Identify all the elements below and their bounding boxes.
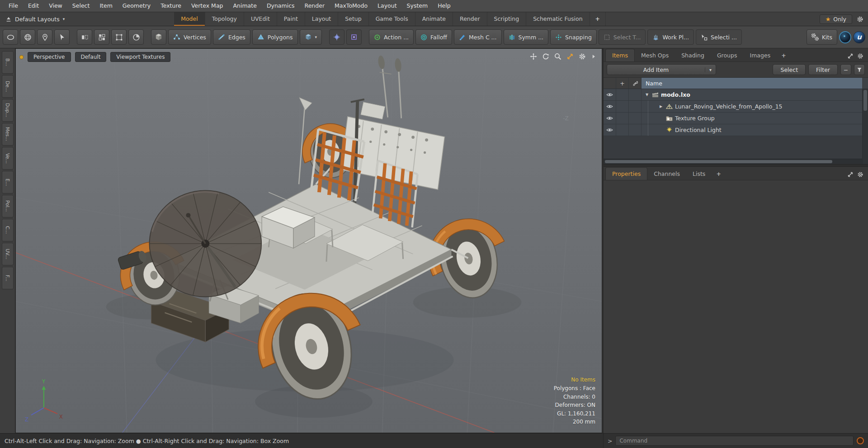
perspective-dropdown[interactable]: Perspective <box>28 52 71 62</box>
array-tool-button[interactable] <box>94 29 109 45</box>
tree-row-directional-light[interactable]: Directional Light <box>604 124 862 136</box>
preview-sphere-button[interactable] <box>839 31 851 43</box>
eye-icon[interactable] <box>606 116 613 121</box>
gear-icon[interactable] <box>857 53 863 59</box>
tab-lists[interactable]: Lists <box>686 168 712 180</box>
snapping-dropdown[interactable]: Snapping <box>550 29 597 45</box>
name-column-header[interactable]: Name <box>642 78 862 89</box>
tab-uvedit[interactable]: UVEdit <box>244 12 277 26</box>
eye-icon[interactable] <box>606 127 613 132</box>
kits-button[interactable]: Kits <box>807 29 837 45</box>
disclosure-closed-icon[interactable]: ▶ <box>658 104 664 108</box>
tab-channels[interactable]: Channels <box>647 168 686 180</box>
tab-mesh-ops[interactable]: Mesh Ops <box>635 49 675 61</box>
menu-texture[interactable]: Texture <box>156 0 186 12</box>
menu-dynamics[interactable]: Dynamics <box>262 0 300 12</box>
3d-scene[interactable]: -Z Y X Z <box>16 49 602 433</box>
symmetry-dropdown[interactable]: Symm ... <box>504 29 549 45</box>
menu-layout[interactable]: Layout <box>373 0 402 12</box>
mesh-constraints-dropdown[interactable]: Mesh C ... <box>454 29 502 45</box>
left-tab-deform[interactable]: De... <box>2 75 14 98</box>
action-axis-button[interactable] <box>329 29 344 45</box>
tab-game-tools[interactable]: Game Tools <box>369 12 415 26</box>
rotate-icon[interactable] <box>542 53 549 60</box>
shading-style-dropdown[interactable]: Default <box>75 52 107 62</box>
selection-sets-dropdown[interactable]: Selecti ... <box>696 29 742 45</box>
tree-row-mesh[interactable]: ▶ Lunar_Roving_Vehicle_from_Apollo_15 <box>604 101 862 113</box>
menu-maxtomodo[interactable]: MaxToModo <box>330 0 373 12</box>
eye-icon[interactable] <box>606 92 613 97</box>
default-layouts-dropdown[interactable]: Default Layouts ▾ <box>0 12 70 26</box>
left-tab-uv[interactable]: UV... <box>2 243 14 265</box>
tab-setup[interactable]: Setup <box>338 12 368 26</box>
add-panel-tab-button[interactable]: + <box>777 49 790 61</box>
menu-file[interactable]: File <box>4 0 23 12</box>
vertices-mode-button[interactable]: Vertices <box>168 29 211 45</box>
left-tab-falloff[interactable]: F... <box>2 267 14 289</box>
tree-row-scene[interactable]: ▼ modo.lxo <box>604 89 862 101</box>
menu-vertex-map[interactable]: Vertex Map <box>186 0 228 12</box>
expand-arrow-icon[interactable] <box>591 54 596 59</box>
disclosure-open-icon[interactable]: ▼ <box>644 93 650 97</box>
viewport-textures-dropdown[interactable]: Viewport Textures <box>110 52 170 62</box>
maximize-icon[interactable] <box>566 53 574 60</box>
filter-button[interactable]: Filter <box>808 64 838 75</box>
menu-item[interactable]: Item <box>94 0 117 12</box>
select-through-button[interactable]: Select T... <box>599 29 646 45</box>
lasso-style-button[interactable] <box>3 29 18 45</box>
tab-scripting[interactable]: Scripting <box>487 12 527 26</box>
tab-layout[interactable]: Layout <box>305 12 339 26</box>
paint-selection-button[interactable] <box>20 29 35 45</box>
eye-icon[interactable] <box>606 104 613 109</box>
left-tab-curves[interactable]: C... <box>2 219 14 241</box>
add-properties-tab-button[interactable]: + <box>712 168 725 180</box>
add-item-dropdown[interactable]: Add Item ▾ <box>607 64 716 75</box>
tab-properties[interactable]: Properties <box>605 167 647 180</box>
tab-items[interactable]: Items <box>605 49 635 61</box>
left-tab-vertex[interactable]: Ve... <box>2 147 14 170</box>
menu-system[interactable]: System <box>402 0 433 12</box>
mirror-tool-button[interactable] <box>77 29 92 45</box>
filter-funnel-button[interactable] <box>854 64 865 75</box>
falloff-dropdown[interactable]: Falloff <box>415 29 452 45</box>
work-plane-dropdown[interactable]: Work Pl... <box>647 29 694 45</box>
zoom-icon[interactable] <box>554 53 561 60</box>
menu-geometry[interactable]: Geometry <box>118 0 156 12</box>
menu-animate[interactable]: Animate <box>228 0 262 12</box>
tree-vertical-scrollbar[interactable] <box>862 89 868 164</box>
menu-edit[interactable]: Edit <box>23 0 44 12</box>
left-tab-polygon[interactable]: Pol... <box>2 195 14 217</box>
3d-viewport[interactable]: -Z Y X Z Perspective Default Viewport Te… <box>15 48 602 433</box>
marquee-tool-button[interactable] <box>111 29 127 45</box>
left-tab-duplicate[interactable]: Dup... <box>2 99 14 122</box>
menu-help[interactable]: Help <box>433 0 456 12</box>
starred-only-toggle[interactable]: ★ Only <box>820 14 852 24</box>
pan-icon[interactable] <box>530 53 537 60</box>
command-input[interactable] <box>615 436 854 446</box>
menu-view[interactable]: View <box>44 0 67 12</box>
polygons-mode-button[interactable]: Polygons <box>252 29 298 45</box>
tab-schematic-fusion[interactable]: Schematic Fusion <box>526 12 590 26</box>
viewport-widget-dot[interactable] <box>19 55 24 59</box>
item-selection-dropdown[interactable]: ▾ <box>300 29 322 45</box>
left-tab-basic[interactable]: B... <box>2 51 14 74</box>
tab-topology[interactable]: Topology <box>205 12 244 26</box>
action-center-dropdown[interactable]: Action ... <box>369 29 414 45</box>
tab-images[interactable]: Images <box>744 49 777 61</box>
macro-record-icon[interactable] <box>857 437 864 444</box>
tab-render[interactable]: Render <box>453 12 487 26</box>
left-tab-edge[interactable]: E... <box>2 171 14 193</box>
tab-model[interactable]: Model <box>174 12 205 26</box>
item-mode-button[interactable] <box>151 29 166 45</box>
drop-action-button[interactable] <box>37 29 52 45</box>
expand-panel-icon[interactable] <box>847 53 854 59</box>
menu-select[interactable]: Select <box>67 0 95 12</box>
edges-mode-button[interactable]: Edges <box>213 29 250 45</box>
tree-row-texture-group[interactable]: Texture Group <box>604 113 862 124</box>
left-tab-mesh[interactable]: Mes... <box>2 123 14 146</box>
gear-icon[interactable] <box>579 53 586 60</box>
add-layout-tab-button[interactable]: + <box>590 12 606 26</box>
tree-horizontal-scrollbar[interactable] <box>604 159 862 164</box>
tab-animate[interactable]: Animate <box>415 12 453 26</box>
action-center-button[interactable] <box>346 29 362 45</box>
